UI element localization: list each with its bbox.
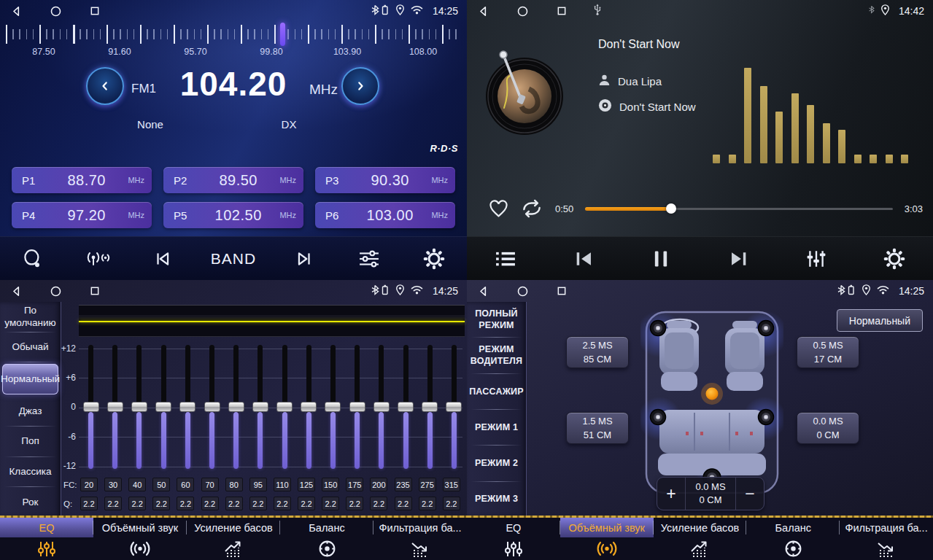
scan-button[interactable] xyxy=(16,242,50,276)
mode-3[interactable]: РЕЖИМ 3 xyxy=(467,482,526,518)
eq-band-slider[interactable] xyxy=(176,343,200,474)
fc-value[interactable]: 110 xyxy=(274,478,291,491)
slider-handle[interactable] xyxy=(179,402,195,412)
settings-button[interactable] xyxy=(417,242,451,276)
tab-surround[interactable]: Объёмный звук xyxy=(560,518,654,560)
eq-band-slider[interactable] xyxy=(321,343,345,474)
slider-handle[interactable] xyxy=(204,402,220,412)
fc-value[interactable]: 30 xyxy=(104,478,122,491)
eq-band-slider[interactable] xyxy=(79,343,103,474)
tab-eq[interactable]: EQ xyxy=(0,518,93,560)
slider-handle[interactable] xyxy=(131,402,147,412)
dial-tuning-indicator[interactable] xyxy=(280,23,285,46)
delay-increase-button[interactable]: + xyxy=(657,478,685,510)
mode-2[interactable]: РЕЖИМ 2 xyxy=(467,446,526,481)
home-icon[interactable] xyxy=(48,4,63,18)
tab-bass-boost[interactable]: Усиление басов xyxy=(654,518,747,560)
slider-handle[interactable] xyxy=(373,402,390,412)
fc-value[interactable]: 200 xyxy=(370,478,387,491)
fc-value[interactable]: 95 xyxy=(249,478,267,491)
delay-decrease-button[interactable]: − xyxy=(736,478,764,510)
eq-preset-pop[interactable]: Поп xyxy=(0,427,61,457)
tab-crossover[interactable]: Фильтрация ба... xyxy=(373,518,467,560)
rear-right-delay-button[interactable]: 0.0 MS 0 CM xyxy=(797,412,859,444)
q-value[interactable]: 2.2 xyxy=(249,497,267,510)
back-icon[interactable] xyxy=(9,4,23,18)
front-right-delay-button[interactable]: 0.5 MS 17 CM xyxy=(797,336,859,368)
q-value[interactable]: 2.2 xyxy=(274,497,291,510)
tune-up-button[interactable] xyxy=(341,67,379,105)
q-value[interactable]: 2.2 xyxy=(80,497,98,510)
eq-band-slider[interactable] xyxy=(127,343,151,474)
home-icon[interactable] xyxy=(48,284,63,298)
preset-p5[interactable]: P5 102.50 MHz xyxy=(163,202,303,228)
fc-value[interactable]: 20 xyxy=(80,478,98,491)
fc-value[interactable]: 50 xyxy=(152,478,170,491)
tab-crossover[interactable]: Фильтрация ба... xyxy=(840,518,933,560)
progress-thumb[interactable] xyxy=(666,203,676,214)
q-value[interactable]: 2.2 xyxy=(152,497,170,510)
slider-handle[interactable] xyxy=(398,402,414,412)
equalizer-shortcut-button[interactable] xyxy=(352,242,386,276)
eq-band-slider[interactable] xyxy=(273,343,297,474)
back-icon[interactable] xyxy=(476,4,490,18)
q-value[interactable]: 2.2 xyxy=(177,497,194,510)
preset-p6[interactable]: P6 103.00 MHz xyxy=(315,202,455,228)
slider-handle[interactable] xyxy=(325,402,341,412)
rear-left-delay-button[interactable]: 1.5 MS 51 CM xyxy=(566,412,629,444)
car-cabin-diagram[interactable] xyxy=(640,309,783,497)
mode-full[interactable]: ПОЛНЫЙ РЕЖИМ xyxy=(467,302,526,338)
eq-preset-classic[interactable]: Классика xyxy=(0,457,61,488)
repeat-button[interactable] xyxy=(520,199,543,218)
playlist-button[interactable] xyxy=(489,242,522,276)
home-icon[interactable] xyxy=(515,284,530,298)
dx-mode[interactable]: DX xyxy=(274,118,303,131)
frequency-dial[interactable]: 87.5091.60 95.7099.80 103.90108.00 xyxy=(6,24,461,59)
slider-handle[interactable] xyxy=(107,402,123,412)
recents-icon[interactable] xyxy=(88,4,102,18)
preset-p2[interactable]: P2 89.50 MHz xyxy=(163,167,303,193)
q-value[interactable]: 2.2 xyxy=(370,497,387,510)
slider-handle[interactable] xyxy=(155,402,171,412)
back-icon[interactable] xyxy=(476,284,490,298)
eq-preset-custom[interactable]: Обычай xyxy=(0,332,61,363)
surround-preset-button[interactable]: Нормальный xyxy=(837,309,923,332)
eq-band-slider[interactable] xyxy=(152,343,176,474)
eq-band-slider[interactable] xyxy=(418,343,442,474)
eq-band-slider[interactable] xyxy=(224,343,248,474)
eq-preset-normal[interactable]: Нормальный xyxy=(2,364,58,394)
fc-value[interactable]: 175 xyxy=(346,478,363,491)
slider-handle[interactable] xyxy=(301,402,317,412)
equalizer-shortcut-button[interactable] xyxy=(800,242,833,276)
q-value[interactable]: 2.2 xyxy=(419,497,436,510)
home-icon[interactable] xyxy=(515,4,530,18)
slider-handle[interactable] xyxy=(83,402,99,412)
q-value[interactable]: 2.2 xyxy=(225,497,243,510)
slider-handle[interactable] xyxy=(276,402,293,412)
slider-handle[interactable] xyxy=(422,402,438,412)
fc-value[interactable]: 315 xyxy=(443,478,460,491)
slider-handle[interactable] xyxy=(252,402,268,412)
tab-surround[interactable]: Объёмный звук xyxy=(93,518,187,560)
eq-band-slider[interactable] xyxy=(103,343,127,474)
slider-handle[interactable] xyxy=(228,402,244,412)
fc-value[interactable]: 125 xyxy=(298,478,315,491)
preset-p3[interactable]: P3 90.30 MHz xyxy=(315,167,455,193)
recents-icon[interactable] xyxy=(554,284,569,298)
eq-band-slider[interactable] xyxy=(393,343,417,474)
next-track-button[interactable] xyxy=(722,242,756,276)
progress-bar[interactable] xyxy=(585,203,892,214)
settings-button[interactable] xyxy=(878,242,911,276)
mode-passenger[interactable]: ПАССАЖИР xyxy=(467,374,526,410)
fc-value[interactable]: 80 xyxy=(225,478,243,491)
q-value[interactable]: 2.2 xyxy=(298,497,315,510)
previous-station-button[interactable] xyxy=(146,242,179,276)
fc-value[interactable]: 40 xyxy=(128,478,146,491)
slider-handle[interactable] xyxy=(446,402,462,412)
q-value[interactable]: 2.2 xyxy=(443,497,460,510)
preset-p4[interactable]: P4 97.20 MHz xyxy=(12,202,152,228)
eq-band-slider[interactable] xyxy=(200,343,224,474)
fc-value[interactable]: 60 xyxy=(177,478,194,491)
preset-p1[interactable]: P1 88.70 MHz xyxy=(12,167,152,193)
favorite-button[interactable] xyxy=(489,200,508,217)
